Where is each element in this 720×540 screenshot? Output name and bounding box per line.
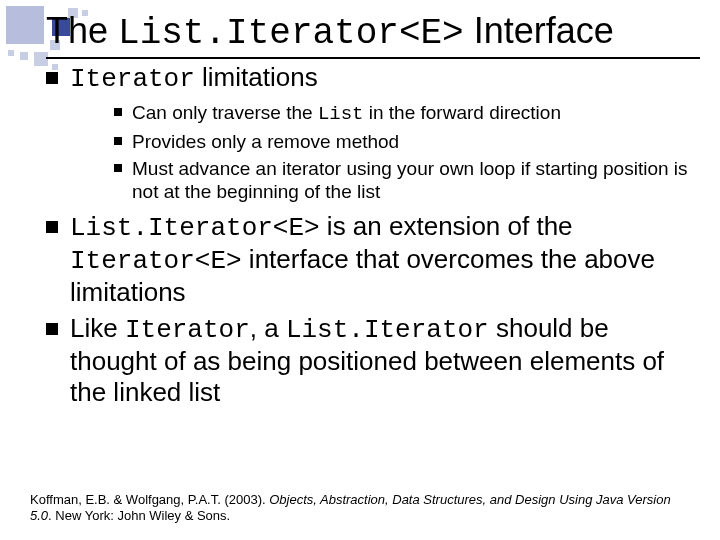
bullet-item: Iterator limitationsCan only traverse th… xyxy=(46,62,696,203)
bullet-list: Iterator limitationsCan only traverse th… xyxy=(46,62,696,407)
sub-bullet-item: Can only traverse the List in the forwar… xyxy=(114,101,696,126)
text: in the forward direction xyxy=(363,102,561,123)
slide-title: The List.Iterator<E> Interface xyxy=(46,12,700,59)
square-icon xyxy=(8,50,14,56)
code-text: List.Iterator<E> xyxy=(70,213,320,243)
slide: The List.Iterator<E> Interface Iterator … xyxy=(0,0,720,540)
square-icon xyxy=(6,6,44,44)
title-code: List.Iterator<E> xyxy=(118,13,464,54)
text: , a xyxy=(250,313,286,343)
title-post: Interface xyxy=(464,10,614,51)
text: Like xyxy=(70,313,125,343)
code-text: Iterator<E> xyxy=(70,246,242,276)
slide-body: Iterator limitationsCan only traverse th… xyxy=(46,62,696,413)
bullet-item: List.Iterator<E> is an extension of the … xyxy=(46,211,696,307)
code-text: List xyxy=(318,103,364,125)
code-text: List.Iterator xyxy=(286,315,489,345)
text: Provides only a remove method xyxy=(132,131,399,152)
code-text: Iterator xyxy=(70,64,195,94)
text: limitations xyxy=(195,62,318,92)
bullet-item: Like Iterator, a List.Iterator should be… xyxy=(46,313,696,407)
text: Can only traverse the xyxy=(132,102,318,123)
citation-rest: . New York: John Wiley & Sons. xyxy=(48,508,230,523)
sub-bullet-item: Must advance an iterator using your own … xyxy=(114,157,696,203)
sub-bullet-item: Provides only a remove method xyxy=(114,130,696,153)
citation-authors: Koffman, E.B. & Wolfgang, P.A.T. (2003). xyxy=(30,492,269,507)
text: is an extension of the xyxy=(320,211,573,241)
sub-bullet-list: Can only traverse the List in the forwar… xyxy=(114,101,696,204)
title-pre: The xyxy=(46,10,118,51)
citation: Koffman, E.B. & Wolfgang, P.A.T. (2003).… xyxy=(30,492,690,525)
text: Must advance an iterator using your own … xyxy=(132,158,688,202)
code-text: Iterator xyxy=(125,315,250,345)
square-icon xyxy=(20,52,28,60)
